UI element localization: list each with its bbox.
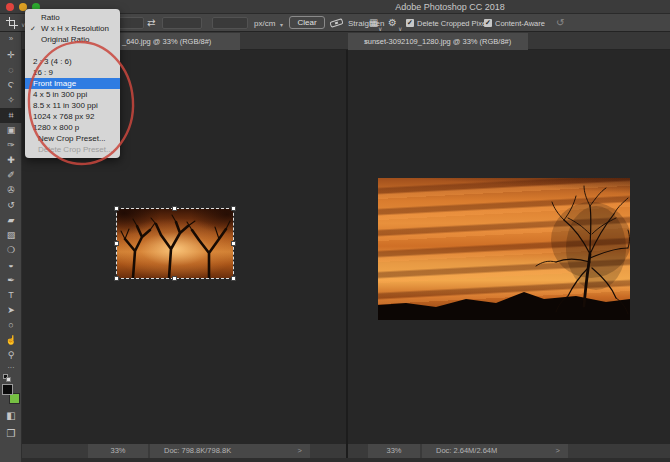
- tool-quick-selection[interactable]: ✧: [0, 93, 22, 108]
- content-aware-checkbox[interactable]: ✓: [484, 19, 492, 27]
- delete-cropped-pixels-checkbox[interactable]: ✓: [406, 19, 414, 27]
- crop-settings-gear-icon[interactable]: ⚙: [388, 17, 397, 29]
- crop-handle-bottom-right[interactable]: [231, 276, 236, 281]
- right-canvas-image[interactable]: [378, 178, 630, 320]
- straighten-icon[interactable]: [329, 18, 343, 28]
- menu-item-label: 4 x 5 in 300 ppi: [33, 89, 87, 100]
- quick-mask-button[interactable]: ◧: [0, 410, 22, 421]
- tab-right-document[interactable]: × sunset-3092109_1280.jpg @ 33% (RGB/8#): [348, 33, 528, 50]
- toolbar-collapse-icon[interactable]: »: [0, 34, 22, 43]
- crop-resolution-field[interactable]: [212, 17, 248, 29]
- crop-handle-bottom-left[interactable]: [114, 276, 119, 281]
- menu-item-blank[interactable]: [25, 45, 120, 56]
- menu-item-1024-x-768-px-92[interactable]: 1024 x 768 px 92: [25, 111, 120, 122]
- gear-caret-icon: ∨: [398, 25, 402, 32]
- menu-item-label: Front Image: [33, 78, 76, 89]
- left-canvas-image[interactable]: [117, 209, 233, 278]
- right-status-chevron-icon[interactable]: >: [556, 444, 560, 458]
- menu-item-8-5-x-11-in-300-ppi[interactable]: 8.5 x 11 in 300 ppi: [25, 100, 120, 111]
- tool-frame[interactable]: ▣: [0, 123, 22, 138]
- tree-silhouettes: [117, 209, 233, 278]
- window-title: Adobe Photoshop CC 2018: [340, 2, 560, 12]
- delete-cropped-pixels-label: Delete Cropped Pixels: [417, 19, 492, 28]
- left-doc-info[interactable]: Doc: 798.8K/798.8K >: [150, 444, 310, 458]
- foreground-color-swatch[interactable]: [2, 384, 13, 395]
- menu-item-4-x-5-in-300-ppi[interactable]: 4 x 5 in 300 ppi: [25, 89, 120, 100]
- content-aware-label: Content-Aware: [495, 19, 545, 28]
- tool-crop[interactable]: ⌗: [0, 108, 22, 123]
- menu-item-label: 8.5 x 11 in 300 ppi: [33, 100, 98, 111]
- crop-handle-top-right[interactable]: [231, 206, 236, 211]
- checkmark-icon: ✓: [30, 23, 36, 34]
- tool-healing-brush[interactable]: ✚: [0, 153, 22, 168]
- crop-tool-icon[interactable]: [6, 17, 18, 29]
- tool-gradient[interactable]: ▨: [0, 228, 22, 243]
- swap-width-height-icon[interactable]: ⇄: [147, 17, 155, 29]
- tool-brush[interactable]: ✐: [0, 168, 22, 183]
- menu-item-label: New Crop Preset...: [38, 133, 106, 144]
- menu-item-front-image[interactable]: Front Image: [25, 78, 120, 89]
- tool-shape[interactable]: ○: [0, 318, 22, 333]
- screen-mode-button[interactable]: ❐: [0, 428, 22, 439]
- menu-item-label: 16 : 9: [33, 67, 53, 78]
- menu-item-delete-crop-preset: Delete Crop Preset...: [25, 144, 120, 155]
- tool-dodge[interactable]: ◒: [0, 258, 22, 273]
- menu-item-16-9[interactable]: 16 : 9: [25, 67, 120, 78]
- tool-eraser[interactable]: ▰: [0, 213, 22, 228]
- menu-item-label: 1280 x 800 p: [33, 122, 79, 133]
- tool-move[interactable]: ✛: [0, 48, 22, 63]
- edit-toolbar-ellipsis-icon[interactable]: ···: [0, 364, 22, 371]
- close-window-button[interactable]: [6, 3, 14, 11]
- menu-item-label: W x H x Resolution: [41, 23, 109, 34]
- tools-panel: » ✛◌Ϛ✧⌗▣✑✚✐✇↺▰▨❍◒✒T➤○☝⚲ ◧ ❐ ···: [0, 32, 22, 462]
- clear-button[interactable]: Clear: [289, 16, 325, 29]
- tool-hand[interactable]: ☝: [0, 333, 22, 348]
- left-status-bar: 33% Doc: 798.8K/798.8K >: [22, 444, 346, 458]
- tool-eyedropper[interactable]: ✑: [0, 138, 22, 153]
- tool-history-brush[interactable]: ↺: [0, 198, 22, 213]
- photoshop-window: Adobe Photoshop CC 2018 ∨ ⇄ px/cm ▾ Clea…: [0, 0, 670, 462]
- tool-list: ✛◌Ϛ✧⌗▣✑✚✐✇↺▰▨❍◒✒T➤○☝⚲: [0, 48, 22, 378]
- menu-item-ratio[interactable]: Ratio: [25, 12, 120, 23]
- crop-handle-top-center[interactable]: [172, 206, 177, 211]
- tab-right-label: sunset-3092109_1280.jpg @ 33% (RGB/8#): [364, 33, 511, 50]
- color-swatches: [2, 384, 22, 406]
- unit-caret-icon: ▾: [280, 21, 283, 28]
- tool-blur[interactable]: ❍: [0, 243, 22, 258]
- right-zoom-level[interactable]: 33%: [368, 444, 420, 458]
- right-status-bar: 33% Doc: 2.64M/2.64M >: [348, 444, 670, 458]
- tool-marquee[interactable]: ◌: [0, 63, 22, 78]
- tool-lasso[interactable]: Ϛ: [0, 78, 22, 93]
- crop-handle-bottom-center[interactable]: [172, 276, 177, 281]
- menu-item-label: Delete Crop Preset...: [38, 144, 113, 155]
- tool-clone-stamp[interactable]: ✇: [0, 183, 22, 198]
- left-doc-size: Doc: 798.8K/798.8K: [164, 444, 231, 458]
- tab-left-document[interactable]: _640.jpg @ 33% (RGB/8#): [100, 33, 240, 50]
- overlay-caret-icon: ∨: [378, 25, 382, 32]
- tab-left-label: _640.jpg @ 33% (RGB/8#): [122, 33, 211, 50]
- crop-handle-mid-right[interactable]: [231, 241, 236, 246]
- crop-handle-mid-left[interactable]: [114, 241, 119, 246]
- menu-item-2-3-4-6[interactable]: 2 : 3 (4 : 6): [25, 56, 120, 67]
- reset-crop-icon[interactable]: ↺: [556, 17, 564, 28]
- tool-pen[interactable]: ✒: [0, 273, 22, 288]
- left-zoom-level[interactable]: 33%: [88, 444, 148, 458]
- right-doc-info[interactable]: Doc: 2.64M/2.64M >: [422, 444, 568, 458]
- default-colors-icon[interactable]: [3, 372, 19, 382]
- crop-handle-top-left[interactable]: [114, 206, 119, 211]
- bottom-edge: [22, 458, 670, 462]
- menu-item-w-x-h-x-resolution[interactable]: ✓W x H x Resolution: [25, 23, 120, 34]
- left-status-chevron-icon[interactable]: >: [298, 444, 302, 458]
- tool-zoom[interactable]: ⚲: [0, 348, 22, 363]
- sunset-silhouette: [378, 178, 630, 320]
- menu-item-1280-x-800-p[interactable]: 1280 x 800 p: [25, 122, 120, 133]
- menu-item-label: 1024 x 768 px 92: [33, 111, 94, 122]
- tool-path-selection[interactable]: ➤: [0, 303, 22, 318]
- crop-height-field[interactable]: [162, 17, 202, 29]
- menu-item-label: Ratio: [41, 12, 60, 23]
- crop-preset-menu: Ratio✓W x H x ResolutionOriginal Ratio2 …: [25, 9, 120, 158]
- resolution-unit-dropdown[interactable]: px/cm: [254, 19, 275, 28]
- menu-item-new-crop-preset[interactable]: New Crop Preset...: [25, 133, 120, 144]
- tool-type[interactable]: T: [0, 288, 22, 303]
- menu-item-original-ratio[interactable]: Original Ratio: [25, 34, 120, 45]
